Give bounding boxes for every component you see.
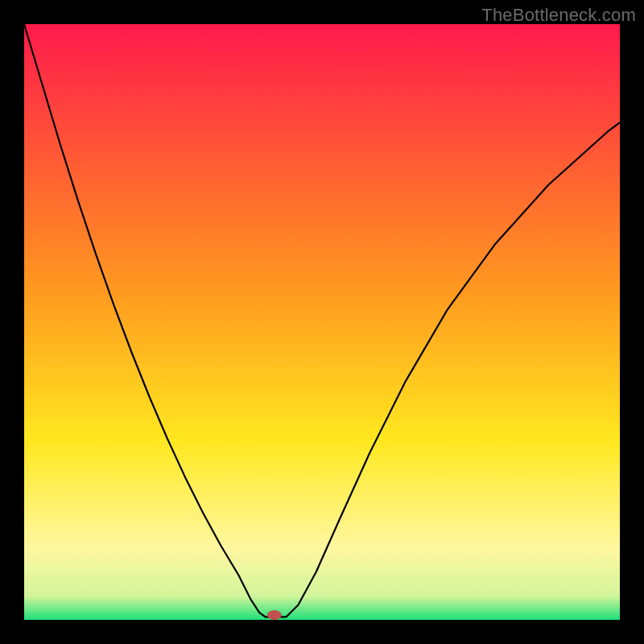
watermark-text: TheBottleneck.com [481,5,636,26]
bottleneck-chart [24,24,620,620]
bottleneck-marker [267,610,282,620]
chart-frame [24,24,620,620]
gradient-background [24,24,620,620]
